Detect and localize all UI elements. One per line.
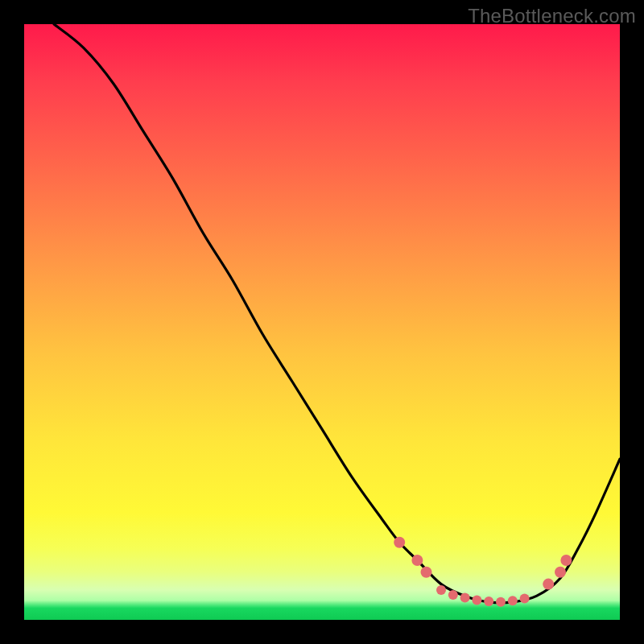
bottleneck-curve bbox=[54, 24, 620, 603]
marker-dot bbox=[555, 567, 566, 578]
watermark-text: TheBottleneck.com bbox=[468, 5, 636, 27]
marker-dot bbox=[421, 567, 432, 578]
curve-layer bbox=[24, 24, 620, 620]
marker-dot bbox=[496, 597, 506, 607]
marker-dot bbox=[411, 555, 423, 566]
marker-dot bbox=[543, 579, 554, 590]
marker-dot bbox=[460, 593, 470, 603]
markers-layer bbox=[394, 537, 572, 607]
marker-dot bbox=[560, 555, 572, 566]
marker-dot bbox=[448, 590, 458, 600]
marker-dot bbox=[394, 537, 405, 548]
marker-dot bbox=[436, 585, 446, 595]
marker-dot bbox=[520, 593, 530, 603]
marker-dot bbox=[472, 596, 481, 605]
plot-area bbox=[24, 24, 620, 620]
marker-dot bbox=[508, 596, 518, 605]
chart-frame: TheBottleneck.com bbox=[0, 0, 644, 644]
marker-dot bbox=[484, 597, 493, 606]
